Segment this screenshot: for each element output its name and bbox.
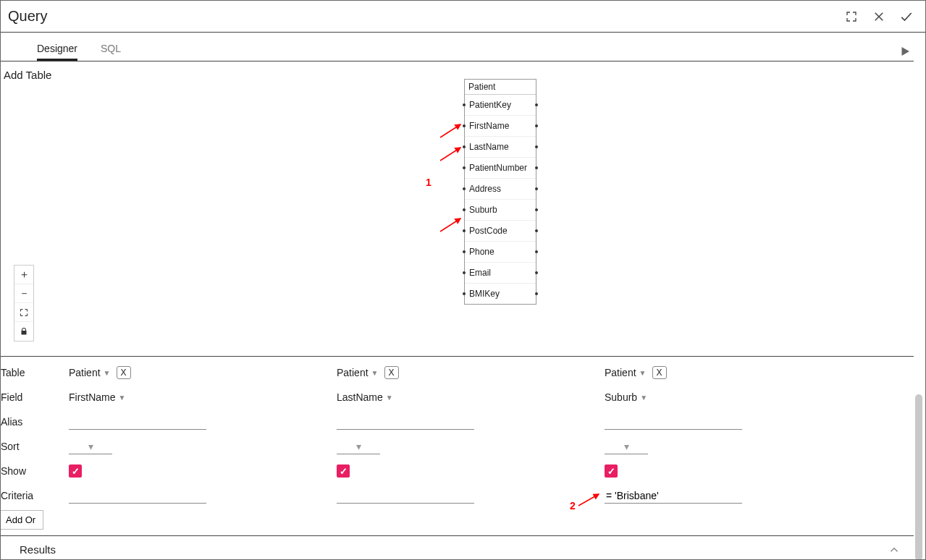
chevron-up-icon[interactable]	[888, 543, 901, 556]
annotation-arrow-icon	[439, 122, 463, 139]
svg-line-1	[440, 148, 460, 161]
fullscreen-icon[interactable]	[840, 5, 863, 28]
run-query-icon[interactable]	[896, 43, 914, 60]
svg-line-0	[440, 124, 460, 137]
fit-icon[interactable]	[14, 303, 33, 322]
table-field[interactable]: BMIKey	[465, 284, 536, 304]
criteria-input[interactable]	[69, 489, 206, 502]
field-select[interactable]: LastName▼	[337, 391, 393, 403]
title-bar: Query	[1, 1, 925, 33]
chevron-down-icon: ▼	[119, 394, 126, 402]
query-grid: Table Patient▼ X Patient▼ X Patient▼ X	[1, 356, 914, 530]
chevron-down-icon: ▼	[386, 394, 393, 402]
tab-designer[interactable]: Designer	[37, 43, 77, 61]
table-field[interactable]: Phone	[465, 242, 536, 263]
annotation-arrow-icon	[439, 216, 463, 233]
table-field[interactable]: PostCode	[465, 221, 536, 242]
criteria-input[interactable]	[605, 489, 742, 502]
grid-row-field: Field FirstName▼ LastName▼ Suburb▼	[1, 386, 914, 409]
grid-row-table: Table Patient▼ X Patient▼ X Patient▼ X	[1, 361, 914, 384]
zoom-in-icon[interactable]: ＋	[14, 266, 33, 284]
table-select[interactable]: Patient▼	[69, 367, 111, 378]
table-field[interactable]: FirstName	[465, 116, 536, 137]
sort-select[interactable]: ▾	[356, 441, 361, 452]
table-node-patient[interactable]: Patient PatientKey FirstName LastName Pa…	[464, 79, 536, 305]
results-label: Results	[20, 543, 56, 556]
show-checkbox[interactable]: ✓	[337, 464, 350, 478]
grid-row-alias: Alias	[1, 410, 914, 433]
alias-input[interactable]	[605, 415, 742, 428]
add-or-button[interactable]: Add Or	[0, 510, 43, 530]
tab-bar: Designer SQL	[1, 33, 914, 61]
table-select[interactable]: Patient▼	[605, 367, 647, 378]
remove-column-button[interactable]: X	[652, 366, 667, 379]
window-title: Query	[8, 8, 47, 25]
show-checkbox[interactable]: ✓	[605, 464, 618, 478]
table-field[interactable]: PatientKey	[465, 95, 536, 116]
annotation-arrow-icon	[439, 145, 463, 162]
results-bar[interactable]: Results	[1, 535, 914, 560]
grid-label: Show	[1, 465, 69, 477]
grid-label: Alias	[1, 416, 69, 428]
add-table-link[interactable]: Add Table	[4, 69, 914, 81]
sort-select[interactable]: ▾	[88, 441, 93, 452]
table-field[interactable]: Address	[465, 179, 536, 200]
table-select[interactable]: Patient▼	[337, 367, 379, 378]
table-node-header[interactable]: Patient	[465, 80, 536, 95]
zoom-out-icon[interactable]: －	[14, 284, 33, 303]
field-select[interactable]: Suburb▼	[605, 391, 647, 403]
table-field[interactable]: Email	[465, 263, 536, 284]
add-or-row: Add Or 3	[0, 510, 914, 530]
show-checkbox[interactable]: ✓	[69, 464, 82, 478]
table-field[interactable]: Suburb	[465, 200, 536, 221]
confirm-icon[interactable]	[895, 5, 918, 28]
grid-row-criteria: Criteria 2	[1, 484, 914, 507]
sort-select[interactable]: ▾	[624, 441, 629, 452]
grid-label: Sort	[1, 441, 69, 452]
alias-input[interactable]	[69, 415, 206, 428]
vertical-scrollbar[interactable]	[915, 394, 922, 560]
table-field[interactable]: PatientNumber	[465, 158, 536, 179]
grid-label: Field	[1, 391, 69, 403]
chevron-down-icon: ▼	[104, 369, 111, 377]
chevron-down-icon: ▼	[371, 369, 379, 377]
grid-label: Criteria	[1, 490, 69, 501]
table-field[interactable]: LastName	[465, 137, 536, 158]
field-select[interactable]: FirstName▼	[69, 391, 125, 403]
close-icon[interactable]	[867, 5, 891, 28]
svg-line-2	[440, 219, 460, 232]
lock-icon[interactable]	[14, 322, 33, 341]
annotation-arrow-icon	[577, 493, 602, 507]
grid-row-show: Show ✓ ✓ ✓	[1, 459, 914, 483]
tab-sql[interactable]: SQL	[101, 43, 121, 61]
remove-column-button[interactable]: X	[384, 366, 399, 379]
designer-canvas[interactable]: ＋ － 1 Patient PatientKey F	[1, 81, 914, 356]
criteria-input[interactable]	[337, 489, 474, 502]
annotation-number: 1	[426, 177, 432, 188]
chevron-down-icon: ▼	[639, 369, 647, 377]
zoom-controls: ＋ －	[14, 265, 34, 341]
query-window: Query Designer SQL Add Table	[0, 0, 926, 560]
remove-column-button[interactable]: X	[117, 366, 131, 379]
svg-line-3	[578, 494, 599, 506]
grid-label: Table	[1, 367, 69, 378]
alias-input[interactable]	[337, 415, 474, 428]
chevron-down-icon: ▼	[640, 394, 647, 402]
grid-row-sort: Sort ▾ ▾ ▾	[1, 435, 914, 458]
content-area: Designer SQL Add Table ＋ －	[1, 33, 925, 559]
